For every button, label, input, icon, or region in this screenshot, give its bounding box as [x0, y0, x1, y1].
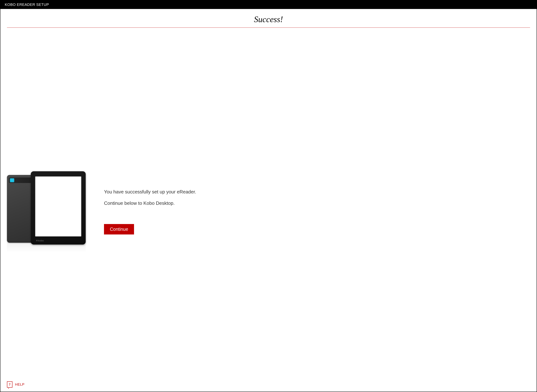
window-title: KOBO EREADER SETUP — [5, 3, 49, 7]
device-front-icon: ✳ kobo — [31, 171, 86, 245]
setup-window: KOBO EREADER SETUP Success! ✳ kobo You h… — [0, 0, 537, 392]
help-label: HELP — [15, 383, 24, 387]
success-message-line1: You have successfully set up your eReade… — [104, 188, 530, 195]
reflection — [7, 241, 86, 256]
help-link[interactable]: ? HELP — [7, 381, 24, 387]
main-row: ✳ kobo You have successfully set up your… — [7, 35, 530, 388]
continue-button[interactable]: Continue — [104, 224, 134, 234]
device-screen — [35, 176, 81, 237]
device-power-button-icon — [10, 178, 14, 182]
page-heading: Success! — [7, 13, 530, 28]
ereader-illustration: ✳ kobo — [7, 168, 86, 256]
divider — [7, 28, 530, 28]
help-icon: ? — [7, 381, 12, 387]
content-area: Success! ✳ kobo You have successfully se… — [0, 9, 537, 392]
title-bar: KOBO EREADER SETUP — [0, 0, 537, 9]
message-column: You have successfully set up your eReade… — [93, 188, 530, 235]
success-message-line2: Continue below to Kobo Desktop. — [104, 200, 530, 206]
